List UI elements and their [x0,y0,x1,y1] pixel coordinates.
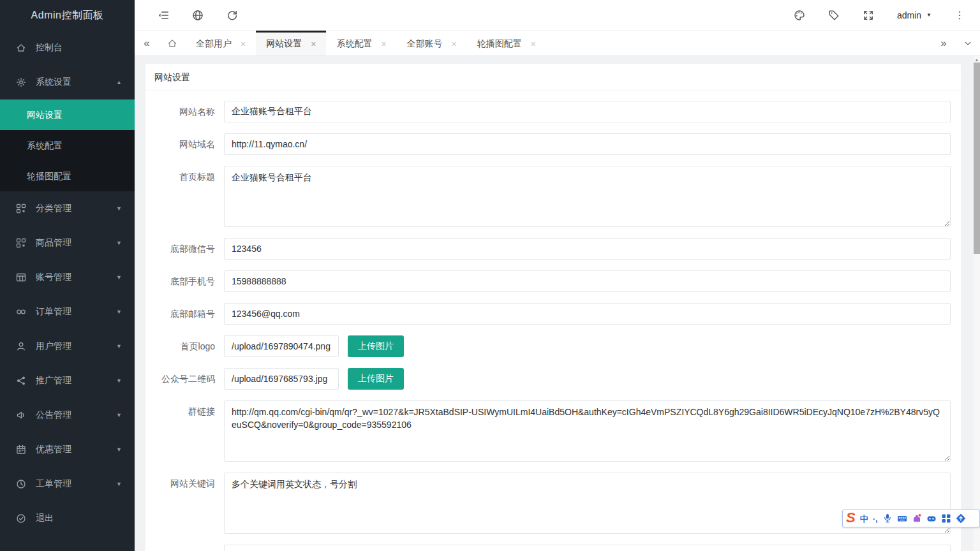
form-row: 网站关键词 多个关键词用英文状态，号分割 [145,473,961,534]
sidebar-subitem-website-settings[interactable]: 网站设置 [0,99,135,130]
form-row: 首页标题 企业猫账号合租平台 [145,166,961,227]
keyboard-icon[interactable] [897,513,907,524]
field-label: 底部邮箱号 [145,303,224,325]
chevron-down-icon [963,39,972,48]
home-icon [167,38,177,48]
group-link-textarea[interactable]: http://qm.qq.com/cgi-bin/qm/qr?_wv=1027&… [224,400,951,462]
sidebar-item-label: 工单管理 [36,478,111,490]
sidebar-item-announcement-management[interactable]: 公告管理 ▼ [0,398,135,432]
gear-icon [16,77,26,87]
sidebar-item-label: 用户管理 [36,341,111,352]
form-row: 网站域名 [145,133,961,155]
close-icon[interactable]: × [311,39,316,49]
vertical-scrollbar[interactable]: ▲ [974,56,980,551]
field-label: 网站域名 [145,133,224,155]
sidebar-item-discount-management[interactable]: 优惠管理 ▼ [0,432,135,467]
sogou-logo-icon[interactable]: S [846,511,856,525]
scrollbar-thumb[interactable] [974,62,980,254]
microphone-icon[interactable] [882,513,893,524]
field-label: 公众号二维码 [145,368,224,390]
sidebar-item-label: 推广管理 [36,375,111,386]
assistant-robot-icon[interactable] [926,513,937,524]
theme-palette-icon[interactable] [794,10,805,21]
site-domain-input[interactable] [224,133,951,155]
chevron-down-icon: ▼ [116,240,122,246]
tab-system-config[interactable]: 系统配置 × [326,31,396,55]
chevron-down-icon: ▼ [116,343,122,349]
apps-grid-icon[interactable] [941,513,951,524]
tabs-scroll-right[interactable]: » [932,31,956,55]
topbar-right-actions: admin ▼ ⋮ [794,10,980,21]
globe-icon[interactable] [192,10,204,21]
tab-label: 系统配置 [336,38,372,50]
system-settings-submenu: 网站设置 系统配置 轮播图配置 [0,99,135,191]
tab-website-settings[interactable]: 网站设置 × [256,31,326,55]
ime-toolbar: S 中 ·, [842,510,980,527]
topbar: admin ▼ ⋮ [135,0,980,31]
refresh-icon[interactable] [226,10,238,21]
grid-icon [16,203,26,214]
tag-icon[interactable] [828,10,840,21]
sidebar-subitem-system-config[interactable]: 系统配置 [0,130,135,161]
speaker-icon [16,410,26,420]
sidebar-item-user-management[interactable]: 用户管理 ▼ [0,329,135,364]
chinese-mode-icon[interactable]: 中 [860,515,868,523]
sidebar-item-dashboard[interactable]: 控制台 [0,31,135,65]
user-menu[interactable]: admin ▼ [897,10,932,20]
caret-down-icon: ▼ [926,12,932,18]
form-row: 底部邮箱号 [145,303,961,325]
tabs-scroll-left[interactable]: « [135,31,159,55]
collapse-sidebar-icon[interactable] [158,10,169,21]
field-label: 网站描述描述 [145,545,224,551]
punctuation-mode-icon[interactable]: ·, [873,515,878,523]
site-name-input[interactable] [224,101,951,122]
footer-phone-input[interactable] [224,270,951,292]
sidebar-item-label: 控制台 [36,42,122,54]
ime-settings-icon[interactable] [956,513,966,524]
chevron-up-icon: ▲ [116,79,122,85]
close-icon[interactable]: × [452,39,457,49]
skin-icon[interactable] [912,513,922,524]
tab-label: 全部用户 [196,38,232,50]
tabs-dropdown[interactable] [956,31,980,55]
description-textarea[interactable]: 一个好的描述能更加吸引用户 [224,545,951,551]
home-title-textarea[interactable]: 企业猫账号合租平台 [224,166,951,227]
sidebar-item-account-management[interactable]: 账号管理 ▼ [0,260,135,295]
form-row: 公众号二维码 上传图片 [145,368,961,390]
tab-carousel-config[interactable]: 轮播图配置 × [467,31,546,55]
sidebar-subitem-carousel-config[interactable]: 轮播图配置 [0,161,135,191]
home-tab[interactable] [159,31,186,55]
table-icon [16,272,26,283]
upload-qrcode-button[interactable]: 上传图片 [348,368,404,390]
main-content: 网站设置 网站名称 网站域名 首页标题 企业猫账号合租平台 底部微信号 [135,56,974,551]
panel-title: 网站设置 [145,64,961,91]
sidebar-item-label: 公告管理 [36,409,111,421]
upload-logo-button[interactable]: 上传图片 [348,335,404,357]
footer-email-input[interactable] [224,303,951,325]
share-icon [16,376,26,386]
sidebar-item-order-management[interactable]: 订单管理 ▼ [0,295,135,329]
close-icon[interactable]: × [381,39,386,49]
close-icon[interactable]: × [531,39,536,49]
sidebar-item-system-settings[interactable]: 系统设置 ▲ [0,65,135,99]
sidebar-item-logout[interactable]: 退出 [0,501,135,536]
tab-all-users[interactable]: 全部用户 × [186,31,256,55]
logout-check-icon [16,513,26,524]
fullscreen-icon[interactable] [863,10,874,21]
field-label: 群链接 [145,400,224,462]
field-label: 网站名称 [145,101,224,122]
tab-all-accounts[interactable]: 全部账号 × [397,31,467,55]
sidebar-item-product-management[interactable]: 商品管理 ▼ [0,226,135,260]
sidebar-item-ticket-management[interactable]: 工单管理 ▼ [0,467,135,501]
sidebar-item-category-management[interactable]: 分类管理 ▼ [0,191,135,226]
close-icon[interactable]: × [241,39,246,49]
user-icon [16,341,26,351]
footer-wechat-input[interactable] [224,238,951,260]
scrollbar-up-arrow[interactable]: ▲ [974,56,980,62]
chevron-down-icon: ▼ [116,481,122,487]
sidebar-item-promotion-management[interactable]: 推广管理 ▼ [0,364,135,398]
qrcode-path-input[interactable] [224,368,339,390]
tabbar: « 全部用户 × 网站设置 × 系统配置 × 全部账号 × 轮播图配置 × » [135,31,980,56]
more-menu-icon[interactable]: ⋮ [954,10,965,20]
home-logo-path-input[interactable] [224,335,339,357]
